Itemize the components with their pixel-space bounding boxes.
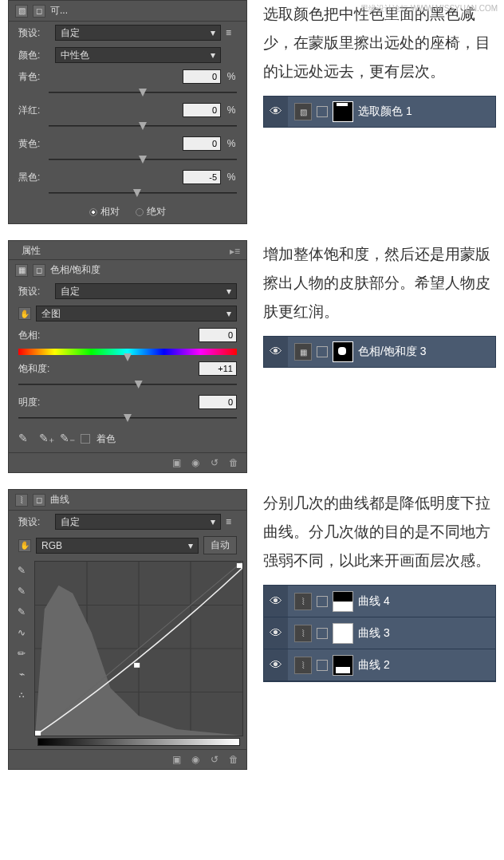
channel-select[interactable]: RGB▾ [36,538,199,554]
saturation-slider[interactable] [18,379,237,390]
percent-label: % [226,71,237,82]
yellow-label: 黄色: [18,137,50,151]
panel-menu-icon[interactable]: ▸≡ [230,246,240,257]
visibility-icon[interactable]: 👁 [264,337,288,367]
layer-name: 曲线 2 [358,658,390,673]
view-prev-icon[interactable]: ◉ [189,456,202,469]
layer-hue-saturation[interactable]: 👁 ▦ 色相/饱和度 3 [263,336,496,368]
visibility-icon[interactable]: 👁 [264,649,288,681]
colorize-checkbox[interactable] [81,434,90,444]
reset-icon[interactable]: ↺ [208,753,221,766]
curves-layers: 👁 ⦚ 曲线 4 👁 ⦚ 曲线 3 👁 [263,585,496,682]
layer-curves-4[interactable]: 👁 ⦚ 曲线 4 [264,586,495,617]
saturation-input[interactable] [199,361,237,376]
mask-icon: ◻ [33,494,45,507]
adjustment-icon: ▦ [15,264,28,277]
pencil-tool-icon[interactable]: ✏ [14,645,30,661]
mask-thumb[interactable] [333,623,353,644]
reset-icon[interactable]: ↺ [208,456,221,469]
view-prev-icon[interactable]: ◉ [189,753,202,766]
menu-icon[interactable]: ≡ [226,27,237,38]
black-input[interactable] [183,170,221,184]
curves-panel: ⦚ ◻ 曲线 预设: 自定▾ ≡ ✋ RGB▾ 自动 ✎ ✎ ✎ ∿ ✏ ⌁ ⛬ [8,489,247,770]
clip-icon[interactable]: ▣ [170,753,183,766]
saturation-label: 饱和度: [18,362,50,376]
cyan-slider[interactable] [49,87,237,98]
yellow-slider[interactable] [49,154,237,165]
panel-title: 可... [50,4,240,18]
visibility-icon[interactable]: 👁 [264,97,288,127]
smooth-icon[interactable]: ⌁ [14,666,30,682]
curves-thumb-icon: ⦚ [294,593,312,610]
cyan-input[interactable] [183,69,221,84]
hue-slider[interactable] [18,345,237,357]
layer-name: 曲线 4 [358,594,390,609]
menu-icon[interactable]: ≡ [226,516,237,527]
layer-curves-3[interactable]: 👁 ⦚ 曲线 3 [264,617,495,649]
mask-icon: ◻ [33,264,45,277]
link-icon[interactable] [317,628,328,639]
preset-label: 预设: [18,515,50,529]
magenta-input[interactable] [183,103,221,117]
mask-thumb[interactable] [333,101,353,122]
preset-select[interactable]: 自定▾ [55,514,221,530]
relative-radio[interactable]: 相对 [89,205,120,219]
absolute-radio[interactable]: 绝对 [136,205,166,219]
auto-button[interactable]: 自动 [203,536,237,554]
layer-name: 曲线 3 [358,626,390,641]
panel-title: 曲线 [50,493,240,507]
clip-display-icon[interactable]: ⛬ [14,687,30,703]
sampler-minus-icon[interactable]: ✎ [14,604,30,620]
link-icon[interactable] [317,346,328,357]
link-icon[interactable] [317,596,328,607]
sampler-plus-icon[interactable]: ✎ [14,583,30,599]
visibility-icon[interactable]: 👁 [264,617,288,649]
mask-thumb[interactable] [333,341,353,362]
eyedropper-plus-icon[interactable]: ✎₊ [39,432,53,446]
preset-select[interactable]: 自定▾ [55,25,221,41]
curves-graph[interactable] [34,561,243,736]
eyedropper-icon[interactable]: ✎ [18,432,33,446]
mask-thumb[interactable] [333,655,353,676]
properties-tab[interactable]: 属性 [15,243,47,259]
visibility-icon[interactable]: 👁 [264,586,288,617]
watermark: 思缘设计论坛 WWW.MISSYUAN.COM [360,3,498,14]
lightness-slider[interactable] [18,412,237,424]
eyedropper-minus-icon[interactable]: ✎₋ [60,432,74,446]
clip-icon[interactable]: ▣ [170,456,183,469]
trash-icon[interactable]: 🗑 [227,753,240,766]
trash-icon[interactable]: 🗑 [227,456,240,469]
layer-curves-2[interactable]: 👁 ⦚ 曲线 2 [264,649,495,681]
description-text: 增加整体饱和度，然后还是用蒙版擦出人物的皮肤部分。希望人物皮肤更红润。 [263,240,496,326]
layer-selective-color[interactable]: 👁 ▧ 选取颜色 1 [263,96,496,128]
mask-icon: ◻ [33,5,45,18]
adjustment-thumb-icon: ▧ [294,103,312,120]
colors-select[interactable]: 中性色▾ [55,47,221,63]
curves-icon: ⦚ [15,494,28,507]
colorize-label: 着色 [96,432,116,446]
lightness-input[interactable] [199,395,237,409]
black-slider[interactable] [49,187,237,199]
link-icon[interactable] [317,660,328,671]
yellow-input[interactable] [183,136,221,151]
hand-icon[interactable]: ✋ [18,539,31,552]
preset-select[interactable]: 自定▾ [55,283,237,299]
hand-icon[interactable]: ✋ [18,307,31,320]
layer-name: 色相/饱和度 3 [358,345,427,359]
lightness-label: 明度: [18,396,50,409]
magenta-label: 洋红: [18,104,50,117]
layer-name: 选取颜色 1 [358,105,412,119]
mask-thumb[interactable] [333,591,353,612]
magenta-slider[interactable] [49,120,237,132]
svg-rect-8 [35,731,41,736]
cyan-label: 青色: [18,70,50,84]
sampler-icon[interactable]: ✎ [14,562,30,578]
description-text: 分别几次的曲线都是降低明度下拉曲线。分几次做的目的是不同地方强弱不同，以此来开画… [263,489,496,575]
link-icon[interactable] [317,106,328,117]
curves-thumb-icon: ⦚ [294,657,312,674]
point-tool-icon[interactable]: ∿ [14,625,30,641]
svg-rect-9 [134,663,140,668]
range-select[interactable]: 全图▾ [36,306,237,322]
hue-input[interactable] [199,328,237,342]
horizontal-gradient [37,738,240,746]
